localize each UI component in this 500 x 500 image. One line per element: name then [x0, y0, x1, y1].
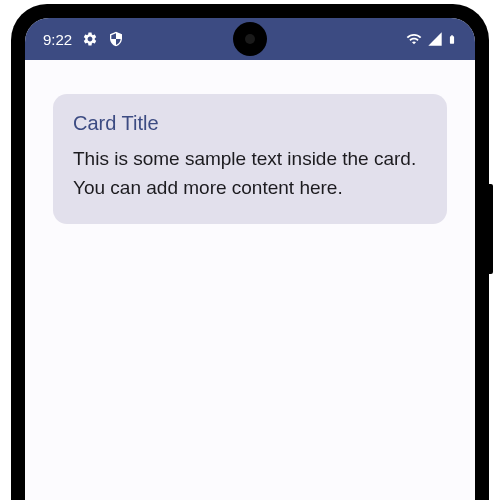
battery-icon: [447, 31, 457, 48]
phone-frame: 9:22 Card: [11, 4, 489, 500]
status-time: 9:22: [43, 31, 72, 48]
settings-gear-icon: [82, 31, 98, 47]
shield-icon: [108, 31, 124, 47]
status-bar-left: 9:22: [43, 31, 124, 48]
card-title: Card Title: [73, 112, 427, 135]
status-bar-right: [405, 31, 457, 48]
camera-notch: [233, 22, 267, 56]
content-area: Card Title This is some sample text insi…: [25, 60, 475, 258]
card-body: This is some sample text inside the card…: [73, 145, 427, 202]
card[interactable]: Card Title This is some sample text insi…: [53, 94, 447, 224]
cellular-signal-icon: [427, 31, 443, 47]
wifi-icon: [405, 31, 423, 47]
camera-dot: [245, 34, 255, 44]
phone-side-button: [489, 184, 493, 274]
phone-screen: 9:22 Card: [25, 18, 475, 500]
